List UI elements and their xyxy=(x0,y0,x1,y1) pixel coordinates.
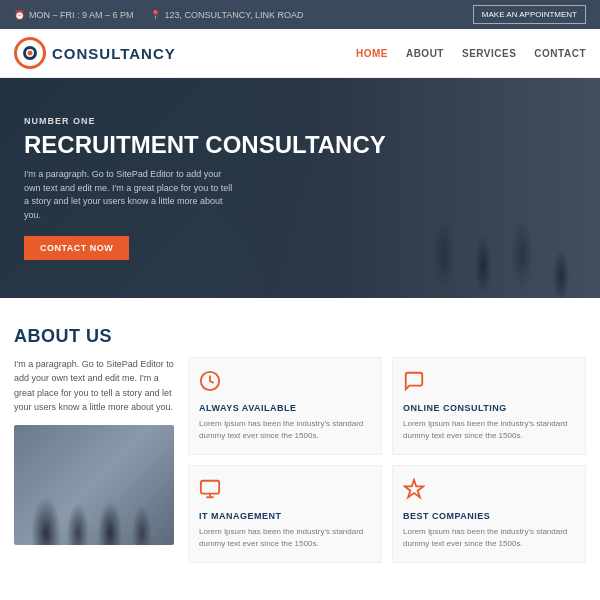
hours-info: ⏰ MON – FRI : 9 AM – 6 PM xyxy=(14,10,134,20)
nav-link-home[interactable]: HOME xyxy=(356,48,388,59)
svg-rect-1 xyxy=(201,481,219,494)
hero-description: I'm a paragraph. Go to SitePad Editor to… xyxy=(24,168,234,222)
feature-it-management: IT MANAGEMENT Lorem Ipsum has been the i… xyxy=(188,465,382,563)
logo-text: CONSULTANCY xyxy=(52,45,176,62)
star-icon xyxy=(403,478,575,505)
about-text: I'm a paragraph. Go to SitePad Editor to… xyxy=(14,357,174,415)
logo-dot xyxy=(28,51,33,56)
hero-subtitle: NUMBER ONE xyxy=(24,116,386,126)
feature-best-companies-title: BEST COMPANIES xyxy=(403,511,575,521)
feature-best-companies-desc: Lorem Ipsum has been the industry's stan… xyxy=(403,526,575,550)
about-left-column: I'm a paragraph. Go to SitePad Editor to… xyxy=(14,357,174,563)
monitor-icon xyxy=(199,478,371,505)
nav-links: HOME ABOUT SERVICES CONTACT xyxy=(356,48,586,59)
appointment-button[interactable]: MAKE AN APPOINTMENT xyxy=(473,5,586,24)
nav-link-about[interactable]: ABOUT xyxy=(406,48,444,59)
logo: CONSULTANCY xyxy=(14,37,176,69)
feature-it-management-desc: Lorem Ipsum has been the industry's stan… xyxy=(199,526,371,550)
hero-section: NUMBER ONE RECRUITMENT CONSULTANCY I'm a… xyxy=(0,78,600,298)
navigation: CONSULTANCY HOME ABOUT SERVICES CONTACT xyxy=(0,29,600,78)
feature-always-available: ALWAYS AVAILABLE Lorem Ipsum has been th… xyxy=(188,357,382,455)
feature-online-consulting-title: ONLINE CONSULTING xyxy=(403,403,575,413)
chat-icon xyxy=(403,370,575,397)
logo-icon xyxy=(14,37,46,69)
feature-best-companies: BEST COMPANIES Lorem Ipsum has been the … xyxy=(392,465,586,563)
features-grid: ALWAYS AVAILABLE Lorem Ipsum has been th… xyxy=(188,357,586,563)
hours-text: MON – FRI : 9 AM – 6 PM xyxy=(29,10,134,20)
logo-inner-circle xyxy=(23,46,37,60)
hero-content: NUMBER ONE RECRUITMENT CONSULTANCY I'm a… xyxy=(0,116,410,260)
clock-icon xyxy=(199,370,371,397)
hero-title: RECRUITMENT CONSULTANCY xyxy=(24,132,386,158)
clock-icon: ⏰ xyxy=(14,10,25,20)
about-title: ABOUT US xyxy=(14,326,586,347)
location-icon: 📍 xyxy=(150,10,161,20)
feature-always-available-desc: Lorem Ipsum has been the industry's stan… xyxy=(199,418,371,442)
address-info: 📍 123, CONSULTANCY, LINK ROAD xyxy=(150,10,304,20)
top-bar-left: ⏰ MON – FRI : 9 AM – 6 PM 📍 123, CONSULT… xyxy=(14,10,304,20)
nav-link-contact[interactable]: CONTACT xyxy=(534,48,586,59)
top-bar: ⏰ MON – FRI : 9 AM – 6 PM 📍 123, CONSULT… xyxy=(0,0,600,29)
feature-online-consulting-desc: Lorem Ipsum has been the industry's stan… xyxy=(403,418,575,442)
about-image xyxy=(14,425,174,545)
about-section: ABOUT US I'm a paragraph. Go to SitePad … xyxy=(0,298,600,583)
nav-link-services[interactable]: SERVICES xyxy=(462,48,516,59)
about-content: I'm a paragraph. Go to SitePad Editor to… xyxy=(14,357,586,563)
feature-online-consulting: ONLINE CONSULTING Lorem Ipsum has been t… xyxy=(392,357,586,455)
contact-now-button[interactable]: CONTACT NOW xyxy=(24,236,129,260)
feature-it-management-title: IT MANAGEMENT xyxy=(199,511,371,521)
address-text: 123, CONSULTANCY, LINK ROAD xyxy=(165,10,304,20)
feature-always-available-title: ALWAYS AVAILABLE xyxy=(199,403,371,413)
